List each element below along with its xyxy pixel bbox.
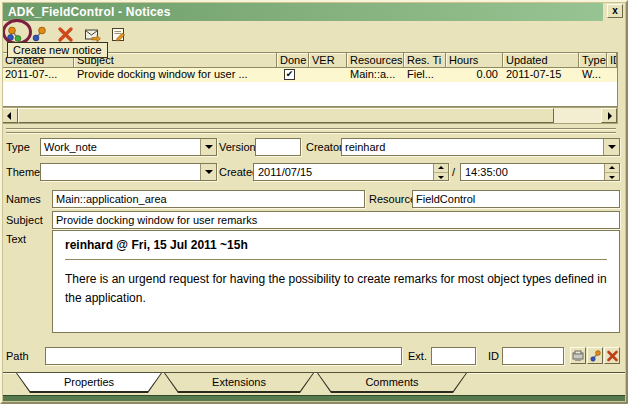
cell-id (607, 68, 617, 82)
time-spin-buttons (604, 164, 619, 180)
col-header-updated[interactable]: Updated (503, 53, 579, 67)
version-label: Version (219, 141, 256, 153)
col-header-done[interactable]: Done (277, 53, 309, 67)
spin-up-button[interactable] (605, 164, 619, 172)
path-link-button[interactable] (587, 347, 603, 364)
note-heading: reinhard @ Fri, 15 Jul 2011 ~15h (65, 238, 607, 252)
text-label: Text (6, 233, 26, 245)
creator-value: reinhard (345, 141, 601, 153)
note-body: There is an urgend request for having th… (65, 270, 607, 307)
chevron-down-icon (205, 170, 213, 174)
cell-subject: Provide docking window for user ... (74, 68, 277, 82)
type-value: Work_note (44, 141, 198, 153)
version-input[interactable] (255, 138, 301, 156)
arrow-left-icon (7, 112, 11, 120)
arrow-right-icon (608, 112, 612, 120)
arrow-down-icon (609, 176, 615, 179)
spin-down-button[interactable] (434, 172, 448, 180)
col-header-res-time[interactable]: Res. Ti (404, 53, 446, 67)
col-header-hours[interactable]: Hours (446, 53, 503, 67)
delete-notice-button[interactable] (57, 26, 74, 43)
chevron-down-icon (608, 145, 616, 149)
id-input[interactable] (502, 347, 564, 365)
created-date-value: 2011/07/15 (258, 166, 431, 178)
path-browse-button[interactable] (570, 347, 586, 364)
tab-label: Comments (317, 373, 467, 393)
id-label: ID (488, 350, 499, 362)
cell-updated: 2011-07-15 (503, 68, 579, 82)
theme-label: Theme (6, 166, 40, 178)
created-time-spinner[interactable]: 14:35:00 (460, 163, 620, 181)
creator-dropdown-button[interactable] (603, 139, 619, 155)
done-checkbox[interactable]: ✔ (284, 69, 295, 80)
splitter-handle[interactable] (6, 128, 616, 135)
tab-properties[interactable]: Properties (16, 373, 162, 393)
cell-res-time: Fiel... (404, 68, 446, 82)
scrollbar-thumb[interactable] (18, 108, 554, 123)
tab-comments[interactable]: Comments (317, 373, 467, 393)
path-label: Path (6, 350, 29, 362)
ext-input[interactable] (431, 347, 476, 365)
red-x-icon (57, 26, 74, 43)
molecule-icon (31, 26, 48, 43)
col-header-resources[interactable]: Resources (347, 53, 404, 67)
send-notice-button[interactable] (84, 26, 101, 43)
device-icon (572, 350, 585, 362)
theme-dropdown-button[interactable] (200, 164, 216, 180)
cell-ver (309, 68, 347, 82)
arrow-up-icon (609, 166, 615, 169)
scrollbar-track[interactable] (554, 108, 601, 123)
cell-type: W... (579, 68, 607, 82)
copy-notice-button[interactable] (31, 26, 48, 43)
scroll-right-button[interactable] (601, 108, 617, 123)
theme-combobox[interactable] (40, 163, 217, 181)
date-time-separator: / (452, 166, 455, 178)
notices-window: ADK_FieldControl - Notices x (0, 0, 628, 404)
type-combobox[interactable]: Work_note (40, 138, 217, 156)
horizontal-scrollbar[interactable] (1, 107, 618, 124)
splitter-groove (6, 132, 616, 134)
red-x-small-icon (606, 350, 619, 362)
subject-input[interactable] (52, 211, 620, 229)
creator-combobox[interactable]: reinhard (341, 138, 620, 156)
col-header-id[interactable]: ID (607, 53, 617, 67)
spin-up-button[interactable] (434, 164, 448, 172)
form-edit-icon (110, 26, 127, 43)
heading-divider (65, 259, 607, 260)
spin-down-button[interactable] (605, 172, 619, 180)
table-row[interactable]: 2011-07-... Provide docking window for u… (2, 68, 617, 82)
chevron-down-icon (205, 145, 213, 149)
arrow-up-icon (438, 166, 444, 169)
check-icon: ✔ (286, 69, 294, 79)
title-bar[interactable]: ADK_FieldControl - Notices (3, 3, 603, 21)
path-input[interactable] (45, 347, 402, 365)
splitter-groove (6, 128, 616, 130)
path-clear-button[interactable] (604, 347, 620, 364)
resource-input[interactable] (412, 190, 620, 208)
tooltip: Create new notice (7, 42, 108, 58)
names-input[interactable] (52, 190, 365, 208)
arrow-down-icon (438, 176, 444, 179)
creator-label: Creator (306, 141, 343, 153)
type-label: Type (6, 141, 30, 153)
subject-label: Subject (6, 214, 43, 226)
ext-label: Ext. (408, 350, 427, 362)
bottom-green-strip (2, 395, 626, 402)
col-header-type[interactable]: Type (579, 53, 607, 67)
window-title: ADK_FieldControl - Notices (8, 5, 171, 19)
col-header-ver[interactable]: VER (309, 53, 347, 67)
cell-created: 2011-07-... (2, 68, 74, 82)
type-dropdown-button[interactable] (200, 139, 216, 155)
close-button[interactable]: x (607, 4, 623, 18)
molecule-small-icon (589, 350, 602, 362)
scroll-left-button[interactable] (2, 108, 18, 123)
created-date-spinner[interactable]: 2011/07/15 (253, 163, 449, 181)
text-area[interactable]: reinhard @ Fri, 15 Jul 2011 ~15h There i… (52, 230, 620, 333)
close-icon: x (612, 5, 618, 16)
envelope-arrow-icon (84, 26, 101, 43)
cell-done: ✔ (277, 68, 309, 82)
names-label: Names (6, 193, 41, 205)
cell-hours: 0.00 (446, 68, 503, 82)
tab-extensions[interactable]: Extensions (164, 373, 314, 393)
edit-notice-button[interactable] (110, 26, 127, 43)
